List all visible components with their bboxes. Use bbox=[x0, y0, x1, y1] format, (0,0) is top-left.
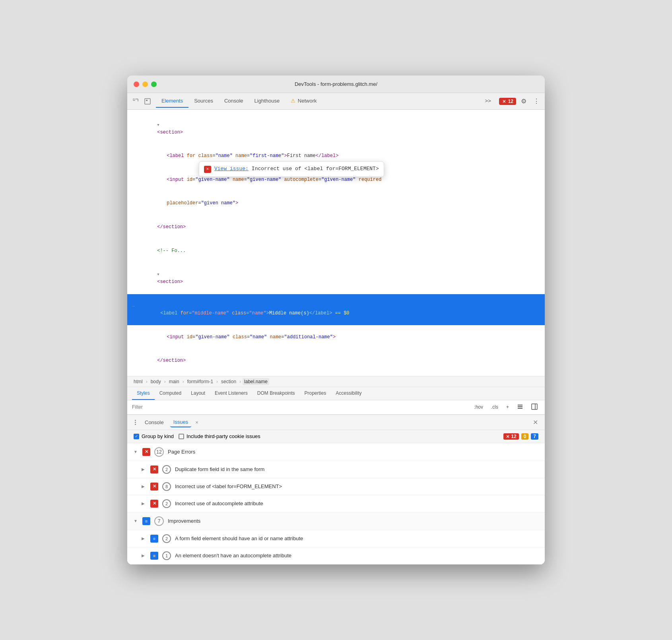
info-icon: ≡ bbox=[142, 517, 150, 525]
html-line[interactable]: placeholder="given name"> bbox=[127, 192, 545, 215]
maximize-button[interactable] bbox=[151, 81, 157, 87]
checkbox-unchecked-icon bbox=[179, 434, 184, 439]
tab-lighthouse[interactable]: Lighthouse bbox=[249, 95, 286, 108]
breadcrumb-form[interactable]: form#form-1 bbox=[186, 378, 215, 385]
improvements-group-header[interactable]: ▼ ≡ 7 Improvements bbox=[127, 512, 545, 530]
breadcrumb-section[interactable]: section bbox=[219, 378, 238, 385]
issues-drawer: Console Issues × ✕ ✓ Group by kind Inclu… bbox=[127, 415, 545, 564]
network-warning-icon: ⚠ bbox=[291, 98, 295, 104]
error-badge: 12 bbox=[503, 433, 519, 440]
tab-icons bbox=[130, 96, 153, 107]
new-style-rule-button[interactable] bbox=[515, 403, 526, 412]
titlebar: DevTools - form-problems.glitch.me/ bbox=[127, 76, 545, 93]
add-style-rule-button[interactable]: + bbox=[504, 403, 511, 411]
drawer-tab-issues[interactable]: Issues bbox=[170, 417, 192, 427]
breadcrumb-bar: html › body › main › form#form-1 › secti… bbox=[127, 376, 545, 387]
html-line[interactable]: <!-- Fo... bbox=[127, 239, 545, 263]
issue-tooltip: ✕ View issue: Incorrect use of <label fo… bbox=[199, 161, 384, 177]
tab-dom-breakpoints[interactable]: DOM Breakpoints bbox=[252, 387, 300, 400]
tab-event-listeners[interactable]: Event Listeners bbox=[210, 387, 252, 400]
tab-console[interactable]: Console bbox=[219, 95, 249, 108]
drawer-close-button[interactable]: ✕ bbox=[530, 417, 540, 427]
error-group-count: 12 bbox=[154, 447, 164, 457]
warning-badge: 0 bbox=[521, 433, 529, 440]
inspect-icon[interactable] bbox=[142, 96, 153, 107]
svg-rect-1 bbox=[145, 99, 150, 104]
filter-input[interactable] bbox=[132, 404, 472, 410]
tooltip-message: Incorrect use of <label for=FORM_ELEMENT… bbox=[252, 165, 379, 173]
svg-rect-2 bbox=[146, 100, 148, 101]
settings-icon[interactable]: ⚙ bbox=[519, 96, 529, 107]
issues-close-tab[interactable]: × bbox=[195, 419, 198, 425]
tab-accessibility[interactable]: Accessibility bbox=[331, 387, 366, 400]
issue-label: A form field element should have an id o… bbox=[175, 535, 303, 541]
info-badge: 7 bbox=[531, 433, 538, 440]
page-errors-label: Page Errors bbox=[168, 449, 195, 455]
tab-elements[interactable]: Elements bbox=[156, 95, 188, 108]
drawer-tab-console[interactable]: Console bbox=[142, 418, 167, 427]
breadcrumb-main[interactable]: main bbox=[167, 378, 181, 385]
minimize-button[interactable] bbox=[142, 81, 148, 87]
expand-arrow-icon: ▶ bbox=[142, 536, 146, 541]
breadcrumb-label[interactable]: label.name bbox=[243, 378, 269, 385]
filter-right: :hov .cls + bbox=[472, 403, 540, 412]
issue-item[interactable]: ▶ ≡ 2 A form field element should have a… bbox=[127, 530, 545, 547]
tab-network[interactable]: ⚠ Network bbox=[285, 95, 322, 108]
collapse-arrow-icon: ▼ bbox=[134, 519, 138, 523]
tab-computed[interactable]: Computed bbox=[155, 387, 186, 400]
elements-panel: <section> <label for class="name" name="… bbox=[127, 110, 545, 376]
tab-sources[interactable]: Sources bbox=[188, 95, 219, 108]
cursor-icon[interactable] bbox=[130, 96, 141, 107]
third-party-checkbox[interactable]: Include third-party cookie issues bbox=[179, 433, 260, 439]
html-line[interactable]: <section> bbox=[127, 263, 545, 294]
error-icon: ✕ bbox=[150, 500, 158, 508]
improvements-label: Improvements bbox=[168, 518, 200, 524]
expand-arrow-icon: ▶ bbox=[142, 553, 146, 558]
breadcrumb-body[interactable]: body bbox=[149, 378, 163, 385]
tab-properties[interactable]: Properties bbox=[300, 387, 331, 400]
info-group-count: 7 bbox=[154, 516, 164, 526]
more-options-icon[interactable]: ⋮ bbox=[531, 96, 542, 107]
html-line[interactable]: </section> bbox=[127, 215, 545, 239]
error-x-icon bbox=[502, 99, 507, 104]
issue-label: Incorrect use of <label for=FORM_ELEMENT… bbox=[175, 483, 282, 489]
tab-layout[interactable]: Layout bbox=[186, 387, 210, 400]
svg-rect-6 bbox=[518, 408, 522, 409]
page-errors-group-header[interactable]: ▼ ✕ 12 Page Errors bbox=[127, 443, 545, 461]
close-button[interactable] bbox=[134, 81, 139, 87]
toggle-sidebar-button[interactable] bbox=[529, 403, 540, 412]
html-line[interactable]: <input id="given-name" class="name" name… bbox=[127, 325, 545, 349]
html-line-selected[interactable]: … <label for="middle-name" class="name">… bbox=[127, 294, 545, 326]
error-icon: ✕ bbox=[150, 465, 158, 473]
issue-item[interactable]: ▶ ≡ 1 An element doesn't have an autocom… bbox=[127, 547, 545, 564]
group-by-kind-checkbox[interactable]: ✓ Group by kind bbox=[134, 433, 174, 439]
expand-arrow-icon: ▶ bbox=[142, 467, 146, 471]
svg-rect-7 bbox=[532, 404, 537, 409]
view-issue-link[interactable]: View issue: bbox=[214, 165, 249, 173]
cls-button[interactable]: .cls bbox=[489, 403, 501, 411]
issue-label: Duplicate form field id in the same form bbox=[175, 466, 264, 472]
more-tabs-button[interactable]: >> bbox=[479, 95, 496, 108]
issue-count-circle: 2 bbox=[162, 465, 171, 474]
issue-label: An element doesn't have an autocomplete … bbox=[175, 553, 291, 559]
issue-item[interactable]: ▶ ✕ 2 Incorrect use of autocomplete attr… bbox=[127, 495, 545, 512]
error-count-badge[interactable]: 12 bbox=[499, 98, 516, 105]
drawer-drag-handle[interactable] bbox=[132, 420, 138, 425]
html-line[interactable]: <section> bbox=[127, 113, 545, 144]
issue-count-circle: 8 bbox=[162, 482, 171, 491]
svg-rect-0 bbox=[133, 99, 135, 101]
breadcrumb-html[interactable]: html bbox=[132, 378, 144, 385]
tab-styles[interactable]: Styles bbox=[132, 387, 155, 400]
issue-item[interactable]: ▶ ✕ 2 Duplicate form field id in the sam… bbox=[127, 461, 545, 478]
issue-item[interactable]: ▶ ✕ 8 Incorrect use of <label for=FORM_E… bbox=[127, 478, 545, 495]
expand-arrow-icon: ▶ bbox=[142, 484, 146, 489]
window-title: DevTools - form-problems.glitch.me/ bbox=[295, 81, 377, 87]
svg-rect-4 bbox=[518, 405, 522, 405]
hov-button[interactable]: :hov bbox=[472, 403, 486, 411]
html-line[interactable]: </section> bbox=[127, 349, 545, 373]
collapse-arrow-icon: ▼ bbox=[134, 450, 138, 454]
tab-bar-right: >> 12 ⚙ ⋮ bbox=[479, 95, 542, 108]
error-icon: ✕ bbox=[150, 483, 158, 491]
issue-count-circle: 2 bbox=[162, 534, 171, 543]
layers-icon bbox=[517, 403, 523, 410]
